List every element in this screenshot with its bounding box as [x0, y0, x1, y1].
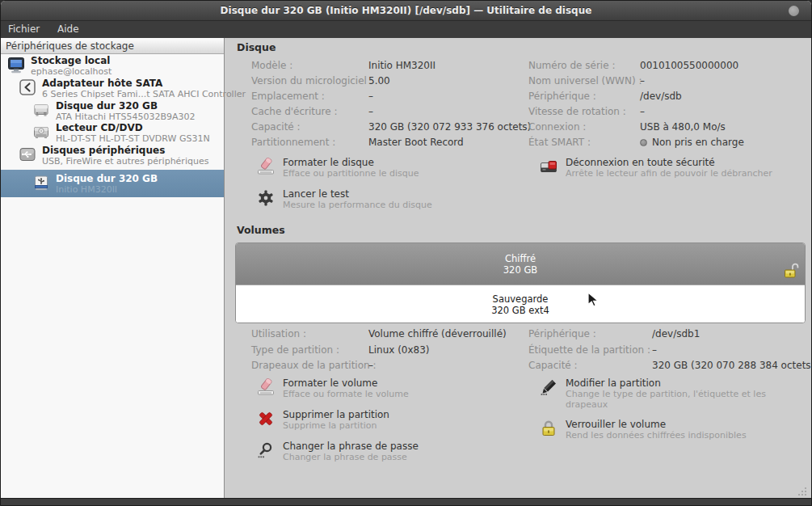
- pencil-icon: [539, 377, 558, 397]
- window-bottom-edge: [1, 498, 811, 505]
- encrypted-volume-band[interactable]: Chiffré 320 GB: [236, 243, 805, 285]
- action-title: Formater le volume: [283, 377, 409, 389]
- detail-value: Initio HM320II: [368, 60, 435, 71]
- encrypted-volume-size: 320 GB: [503, 264, 537, 276]
- sidebar-item-title: Adaptateur hôte SATA: [42, 78, 246, 89]
- volume-details-left: Utilisation :Volume chiffré (déverrouill…: [251, 328, 507, 376]
- detail-label: Connexion :: [528, 121, 640, 133]
- action-subtitle: Change le type de partition, l'étiquette…: [566, 389, 797, 410]
- window-control-button[interactable]: [789, 6, 799, 16]
- format-volume-button[interactable]: Formater le volume Efface ou formate le …: [256, 377, 507, 399]
- detail-value: /dev/sdb1: [652, 328, 700, 339]
- safe-removal-button[interactable]: Déconnexion en toute sécurité Arrête le …: [539, 157, 806, 179]
- encrypted-volume-name: Chiffré: [505, 253, 536, 264]
- sidebar-item-subtitle: ATA Hitachi HTS545032B9A302: [56, 112, 196, 122]
- detail-label: Version du micrologiciel :: [251, 75, 368, 86]
- edit-partition-button[interactable]: Modifier la partition Change le type de …: [539, 377, 797, 410]
- gear-icon: [256, 188, 276, 208]
- safe-removal-icon: [539, 157, 558, 176]
- sidebar-item-title: Disque dur 320 GB: [56, 173, 158, 184]
- sidebar-item-title: Disque dur 320 GB: [56, 100, 196, 112]
- sidebar-item-title: Disques périphériques: [42, 145, 208, 156]
- format-disk-button[interactable]: Formater le disque Efface ou partitionne…: [256, 157, 523, 179]
- sidebar-item-subtitle: USB, FireWire et autres périphériques: [42, 156, 208, 167]
- menubar: Fichier Aide: [1, 21, 811, 38]
- detail-label: Vitesse de rotation :: [528, 106, 640, 117]
- detail-value: –: [368, 91, 373, 102]
- resize-grip[interactable]: [797, 485, 808, 496]
- delete-partition-button[interactable]: Supprimer la partition Supprime la parti…: [256, 409, 507, 431]
- disk-utility-window: Disque dur 320 GB (Initio HM320II) [/dev…: [0, 0, 812, 506]
- detail-value: Master Boot Record: [368, 137, 464, 148]
- action-title: Supprimer la partition: [283, 409, 389, 420]
- detail-label: Capacité :: [528, 360, 652, 371]
- sidebar-item-title: Stockage local: [31, 55, 111, 66]
- detail-value: Non pris en charge: [652, 137, 744, 148]
- benchmark-button[interactable]: Lancer le test Mesure la performance du …: [256, 188, 523, 210]
- sidebar-item-usb-disk-selected[interactable]: Disque dur 320 GB Initio HM320II: [1, 170, 224, 197]
- detail-label: Cache d'écriture :: [251, 106, 368, 117]
- volume-layout-widget: Chiffré 320 GB Sauvegarde 320 GB ext4: [235, 242, 806, 323]
- detail-label: Périphérique :: [528, 91, 640, 102]
- key-icon: [256, 441, 276, 460]
- sata-adapter-icon: [18, 78, 37, 97]
- action-title: Lancer le test: [283, 188, 432, 200]
- sidebar-item-sata-adapter[interactable]: Adaptateur hôte SATA 6 Series Chipset Fa…: [1, 78, 224, 99]
- sidebar-item-subtitle: HL-DT-ST HL-DT-ST DVDRW GS31N: [56, 133, 210, 144]
- window-title: Disque dur 320 GB (Initio HM320II) [/dev…: [1, 5, 811, 16]
- sidebar-item-local-storage[interactable]: Stockage local ephase@localhost: [1, 55, 224, 77]
- detail-value: –: [640, 106, 645, 117]
- sidebar-item-internal-disk[interactable]: Disque dur 320 GB ATA Hitachi HTS545032B…: [1, 100, 224, 122]
- menu-fichier[interactable]: Fichier: [1, 21, 47, 35]
- action-subtitle: Efface ou partitionne le disque: [283, 168, 419, 179]
- detail-value: 320 GB (320 070 288 384 octets): [652, 360, 812, 371]
- sidebar-item-peripheral-devices[interactable]: Disques périphériques USB, FireWire et a…: [1, 145, 224, 167]
- action-subtitle: Rend les données chiffrées indisponibles: [566, 430, 747, 441]
- sidebar-item-subtitle: ephase@localhost: [31, 66, 111, 77]
- action-title: Changer la phrase de passe: [283, 441, 419, 452]
- volume-details-right: Périphérique :/dev/sdb1 Étiquette de la …: [528, 328, 812, 376]
- action-subtitle: Mesure la performance du disque: [283, 200, 432, 210]
- filesystem-volume-size: 320 GB ext4: [491, 305, 549, 316]
- sidebar-item-cd-dvd-drive[interactable]: Lecteur CD/DVD HL-DT-ST HL-DT-ST DVDRW G…: [1, 122, 224, 144]
- disk-section-title: Disque: [237, 41, 276, 53]
- action-title: Modifier la partition: [566, 377, 797, 389]
- detail-label: Capacité :: [251, 121, 368, 133]
- detail-value: 0010100550000000: [640, 60, 738, 71]
- eraser-icon: [256, 157, 276, 176]
- detail-value: Linux (0x83): [368, 344, 430, 356]
- detail-value: Volume chiffré (déverrouillé): [368, 328, 507, 339]
- detail-value: USB à 480,0 Mo/s: [640, 121, 726, 133]
- padlock-closed-icon: [539, 419, 558, 438]
- detail-label: Partitionnement :: [251, 137, 368, 148]
- computer-icon: [6, 55, 26, 74]
- detail-label: Modèle :: [251, 60, 368, 71]
- action-subtitle: Supprime la partition: [283, 420, 389, 431]
- usb-harddisk-icon: [32, 173, 51, 192]
- padlock-open-icon: [783, 262, 799, 282]
- smart-status: Non pris en charge: [640, 137, 744, 148]
- sidebar: Périphériques de stockage Stockage local…: [1, 38, 225, 500]
- disk-details-left: Modèle :Initio HM320II Version du microl…: [251, 60, 531, 152]
- sidebar-item-subtitle: 6 Series Chipset Fami...t SATA AHCI Cont…: [42, 89, 246, 99]
- filesystem-volume-name: Sauvegarde: [493, 293, 549, 305]
- detail-label: Numéro de série :: [528, 60, 640, 71]
- detail-label: Emplacement :: [251, 91, 368, 102]
- change-passphrase-button[interactable]: Changer la phrase de passe Changer la ph…: [256, 441, 507, 462]
- detail-value: 5.00: [368, 75, 390, 86]
- red-x-icon: [256, 409, 276, 428]
- filesystem-volume-band[interactable]: Sauvegarde 320 GB ext4: [236, 285, 805, 323]
- sidebar-item-title: Lecteur CD/DVD: [56, 122, 210, 133]
- detail-value: –: [368, 360, 373, 371]
- detail-value: –: [640, 75, 645, 86]
- detail-value: –: [652, 344, 657, 356]
- menu-aide[interactable]: Aide: [50, 21, 86, 35]
- titlebar[interactable]: Disque dur 320 GB (Initio HM320II) [/dev…: [1, 1, 811, 21]
- detail-label: Drapeaux de la partition :: [251, 360, 368, 371]
- action-title: Formater le disque: [283, 157, 419, 168]
- detail-label: Type de partition :: [251, 344, 368, 356]
- detail-label: Utilisation :: [251, 328, 368, 339]
- detail-label: État SMART :: [528, 137, 640, 148]
- action-subtitle: Efface ou formate le volume: [283, 389, 409, 399]
- lock-volume-button[interactable]: Verrouiller le volume Rend les données c…: [539, 419, 797, 441]
